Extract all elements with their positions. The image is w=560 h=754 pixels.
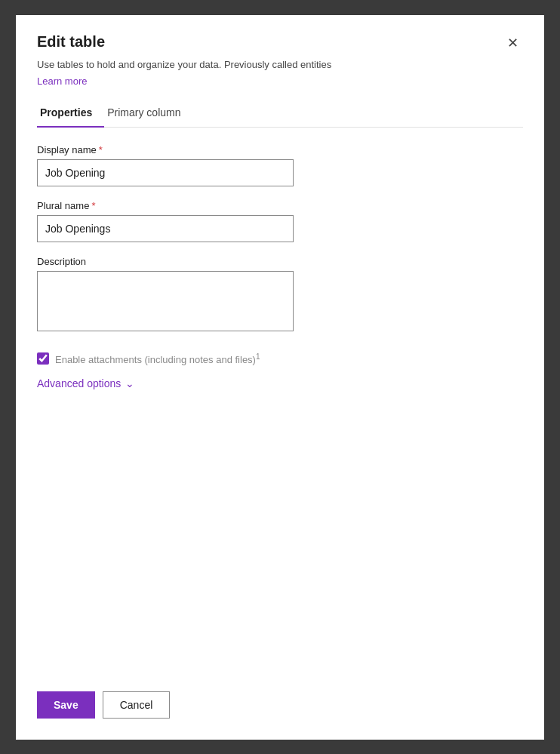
attachments-checkbox[interactable] [37,352,49,365]
close-button[interactable]: ✕ [503,33,523,53]
required-star-plural: * [91,200,95,211]
dialog-overlay: Edit table ✕ Use tables to hold and orga… [0,15,560,754]
display-name-input[interactable] [37,159,294,186]
description-textarea[interactable] [37,271,294,331]
plural-name-input[interactable] [37,215,294,242]
tabs-container: Properties Primary column [37,100,523,128]
dialog-footer: Save Cancel [37,673,170,719]
description-label: Description [37,256,523,267]
advanced-options-label: Advanced options [37,377,121,389]
edit-table-dialog: Edit table ✕ Use tables to hold and orga… [16,15,544,740]
description-field-group: Description [37,256,523,334]
attachments-label: Enable attachments (including notes and … [55,352,260,365]
attachments-superscript: 1 [256,352,260,361]
display-name-field-group: Display name * [37,144,523,186]
dialog-title: Edit table [37,33,105,51]
tab-primary-column[interactable]: Primary column [104,100,192,128]
dialog-description: Use tables to hold and organize your dat… [37,57,523,72]
cancel-button[interactable]: Cancel [103,691,171,719]
tab-properties[interactable]: Properties [37,100,104,128]
plural-name-label: Plural name * [37,200,523,211]
display-name-label: Display name * [37,144,523,155]
chevron-down-icon: ⌄ [125,377,134,389]
attachments-checkbox-row: Enable attachments (including notes and … [37,352,523,365]
advanced-options-toggle[interactable]: Advanced options ⌄ [37,377,523,389]
required-star-display: * [99,144,103,155]
save-button[interactable]: Save [37,691,95,719]
plural-name-field-group: Plural name * [37,200,523,242]
learn-more-link[interactable]: Learn more [37,75,523,87]
dialog-header: Edit table ✕ [37,33,523,53]
